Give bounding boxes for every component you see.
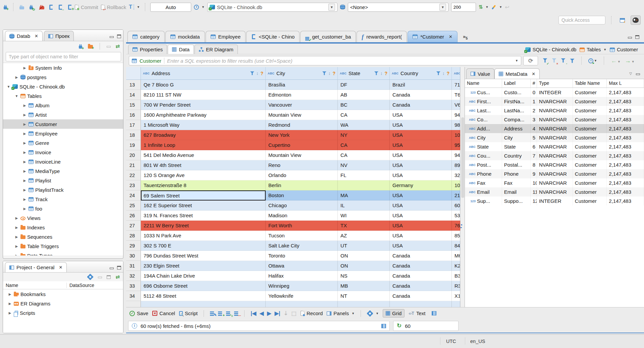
row-number-cell[interactable]: 25	[126, 200, 141, 211]
tree-item-postgres[interactable]: ▶postgres	[3, 72, 123, 82]
apply-filter-icon[interactable]: ✓	[543, 58, 547, 64]
grid-cell[interactable]: 194A Chain Lake Drive	[141, 271, 266, 281]
editor-tab--customer[interactable]: *Customer✕	[408, 31, 458, 42]
row-number-cell[interactable]: 34	[126, 291, 141, 301]
grid-cell[interactable]: 94	[452, 110, 460, 120]
meta-max-length-cell[interactable]: 2,147,483	[607, 169, 644, 178]
sort-icon[interactable]: ↕	[442, 71, 445, 76]
grid-cell[interactable]: AB	[338, 90, 390, 100]
close-icon[interactable]: ✕	[35, 34, 38, 39]
meta-name-cell[interactable]: ABCFirst...	[465, 97, 502, 106]
grid-cell[interactable]	[266, 301, 338, 307]
sort-icon[interactable]: ↕	[380, 71, 383, 76]
meta-name-cell[interactable]: ABCPhone	[465, 169, 502, 178]
meta-name-cell[interactable]: 123Sup...	[465, 196, 502, 206]
meta-name-cell[interactable]: ABCPost...	[465, 160, 502, 169]
tree-item-playlist[interactable]: ▶Playlist	[3, 176, 123, 185]
row-number-cell[interactable]: 27	[126, 221, 141, 231]
new-connection-icon[interactable]	[79, 46, 82, 49]
meta-column-type[interactable]: Type	[537, 79, 573, 88]
grid-cell[interactable]: USA	[390, 150, 452, 160]
format-button[interactable]: ▼	[491, 5, 502, 10]
row-number-cell[interactable]: 24	[126, 190, 141, 200]
meta-table-cell[interactable]: Customer	[573, 142, 607, 151]
grid-cell[interactable]: New York	[266, 130, 338, 140]
grid-cell[interactable]: 8210 111 ST NW	[141, 90, 266, 100]
meta-type-cell[interactable]: NVARCHAR	[537, 124, 573, 133]
dbeaver-perspective-button[interactable]	[631, 15, 641, 25]
filter-icon[interactable]	[570, 59, 575, 63]
grid-cell[interactable]: Brasília	[266, 80, 338, 90]
collapsed-arrow-icon[interactable]: ▶	[8, 302, 12, 305]
editor-tab--sqlite-chino[interactable]: <SQLite - Chino	[246, 31, 300, 42]
grid-cell[interactable]: NY	[338, 130, 390, 140]
grid-cell[interactable]: Mountain View	[266, 150, 338, 160]
grid-cell[interactable]: 71	[452, 80, 460, 90]
collapsed-arrow-icon[interactable]: ▶	[22, 169, 27, 173]
meta-ordinal-cell[interactable]: 2	[531, 106, 537, 115]
grid-cell[interactable]: 53	[452, 211, 460, 221]
meta-row-custo-[interactable]: 123Cus...Custo...0INTEGERCustomer2,147,4…	[465, 88, 644, 97]
grid-cell[interactable]: 5112 48 Street	[141, 291, 266, 301]
next-page-icon[interactable]: →▼	[625, 57, 635, 64]
row-number-cell[interactable]: 14	[126, 90, 141, 100]
meta-max-length-cell[interactable]: 2,147,483	[607, 160, 644, 169]
connect-icon[interactable]	[19, 6, 23, 9]
grid-cell[interactable]: 98	[452, 120, 460, 130]
meta-label-cell[interactable]: Postal...	[502, 160, 531, 169]
grid-cell[interactable]: USA	[390, 170, 452, 180]
meta-label-cell[interactable]: Compa...	[502, 115, 531, 124]
grid-cell[interactable]: BC	[338, 100, 390, 110]
grid-cell[interactable]: ON	[338, 261, 390, 271]
previous-row-icon[interactable]: ◀	[260, 310, 264, 316]
meta-name-cell[interactable]: ABCState	[465, 142, 502, 151]
grid-cell[interactable]	[390, 301, 452, 307]
column-header-address[interactable]: ABCAddress↕?	[141, 67, 266, 79]
meta-name-cell[interactable]: ABCCou...	[465, 151, 502, 160]
fetch-size-status[interactable]: ↻ 60	[393, 321, 459, 331]
grid-cell[interactable]: M6	[452, 251, 460, 261]
grid-cell[interactable]: R3	[452, 281, 460, 291]
row-number-cell[interactable]: 31	[126, 261, 141, 271]
tree-item-mediatype[interactable]: ▶MediaType	[3, 166, 123, 176]
meta-ordinal-cell[interactable]: 9	[531, 169, 537, 178]
tab-value[interactable]: Value	[466, 68, 494, 79]
add-row-icon[interactable]	[218, 311, 222, 312]
collapsed-arrow-icon[interactable]: ▶	[14, 75, 19, 79]
row-number-cell[interactable]: 15	[126, 100, 141, 110]
grid-cell[interactable]: V6	[452, 100, 460, 110]
grid-cell[interactable]: Qe 7 Bloco G	[141, 80, 266, 90]
meta-table-cell[interactable]: Customer	[573, 196, 607, 206]
meta-max-length-cell[interactable]: 2,147,483	[607, 178, 644, 187]
row-number-cell[interactable]: 17	[126, 120, 141, 130]
refresh-connection-button[interactable]: ⇅▼	[479, 4, 489, 10]
meta-row-fax[interactable]: ABCFaxFax10NVARCHARCustomer2,147,483	[465, 178, 644, 187]
grid-cell[interactable]: Canada	[390, 90, 452, 100]
grid-cell[interactable]: Tucson	[266, 231, 338, 241]
meta-name-cell[interactable]: ABCFax	[465, 178, 502, 187]
row-number-cell[interactable]: 16	[126, 110, 141, 120]
meta-ordinal-cell[interactable]: 1	[531, 97, 537, 106]
meta-ordinal-cell[interactable]: 5	[531, 133, 537, 142]
grid-cell[interactable]: 21	[452, 190, 460, 200]
minimize-icon[interactable]	[636, 72, 640, 75]
auto-refresh-button[interactable]: ▼	[588, 58, 597, 63]
tree-item-system-info[interactable]: ▶System Info	[3, 63, 123, 72]
grid-cell[interactable]: 120 S Orange Ave	[141, 170, 266, 180]
meta-ordinal-cell[interactable]: 6	[531, 142, 537, 151]
collapsed-arrow-icon[interactable]: ▶	[22, 122, 27, 126]
tree-item-table-triggers[interactable]: ▶Table Triggers	[3, 241, 123, 251]
tab-project-general[interactable]: Project - General ✕	[5, 262, 67, 272]
grid-cell[interactable]: 76	[452, 221, 460, 231]
grid-cell[interactable]: USA	[390, 231, 452, 241]
meta-ordinal-cell[interactable]: 7	[531, 151, 537, 160]
meta-label-cell[interactable]: LastNa...	[502, 106, 531, 115]
grid-settings-button[interactable]: ▼	[367, 311, 379, 316]
sql-filter-input[interactable]	[167, 58, 512, 64]
meta-max-length-cell[interactable]: 2,147,483	[607, 187, 644, 196]
schema-combo[interactable]: <None> ▼	[348, 3, 448, 12]
meta-table-cell[interactable]: Customer	[573, 160, 607, 169]
grid-cell[interactable]: Canada	[390, 261, 452, 271]
undo-icon[interactable]: ↩	[505, 4, 509, 10]
maximize-icon[interactable]	[117, 35, 121, 38]
